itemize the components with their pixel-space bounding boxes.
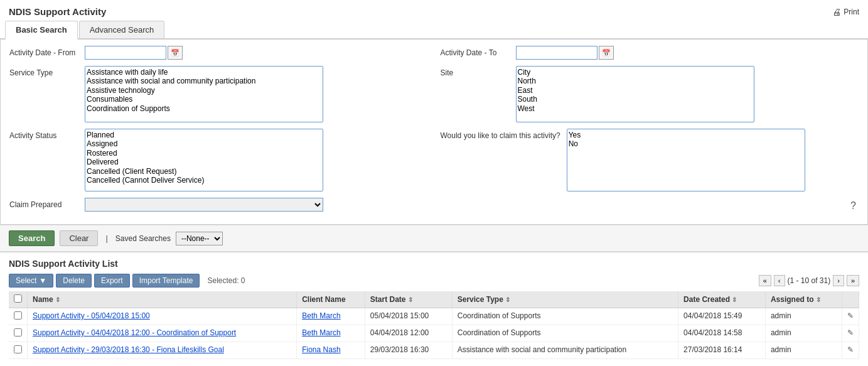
claim-listbox[interactable]: Yes No: [567, 129, 805, 191]
saved-searches-select[interactable]: --None--: [176, 232, 223, 245]
row-assigned-to: admin: [765, 325, 842, 342]
site-option: North: [518, 77, 753, 85]
service-type-option: Assistive technology: [87, 86, 321, 95]
service-type-option: Assistance with daily life: [87, 68, 321, 77]
service-type-listbox[interactable]: Assistance with daily life Assistance wi…: [85, 66, 323, 122]
activity-status-group: Activity Status Planned Assigned Rostere…: [9, 129, 428, 191]
row-name: Support Activity - 04/04/2018 12:00 - Co…: [28, 325, 297, 342]
print-link[interactable]: 🖨 Print: [832, 7, 859, 17]
row-client-link[interactable]: Fiona Nash: [302, 345, 340, 354]
prev-page-button[interactable]: ‹: [774, 275, 785, 286]
sort-icon-service-type: ⇕: [505, 296, 510, 303]
row-name-link[interactable]: Support Activity - 29/03/2018 16:30 - Fi…: [33, 345, 224, 354]
search-button[interactable]: Search: [9, 230, 55, 246]
page-info: (1 - 10 of 31): [788, 276, 831, 285]
clear-button[interactable]: Clear: [60, 230, 98, 246]
row-start-date: 04/04/2018 12:00: [365, 325, 452, 342]
next-page-button[interactable]: ›: [833, 275, 844, 286]
select-button-label: Select: [16, 276, 36, 285]
edit-icon[interactable]: ✎: [847, 328, 854, 337]
first-page-button[interactable]: «: [759, 275, 771, 286]
pagination: « ‹ (1 - 10 of 31) › »: [759, 275, 859, 286]
tab-advanced-search[interactable]: Advanced Search: [79, 21, 165, 38]
col-start-date[interactable]: Start Date ⇕: [365, 291, 452, 308]
row-start-date: 29/03/2018 16:30: [365, 342, 452, 359]
row-name: Support Activity - 05/04/2018 15:00: [28, 308, 297, 325]
activity-date-to-input[interactable]: [516, 46, 597, 60]
checkbox-header: [9, 291, 28, 308]
select-all-checkbox[interactable]: [14, 294, 22, 303]
claim-option: Yes: [569, 131, 803, 139]
site-option: South: [518, 95, 753, 104]
row-date-created: 04/04/2018 15:49: [678, 308, 766, 325]
activity-status-option: Delivered: [87, 158, 321, 166]
table-row: Support Activity - 05/04/2018 15:00 Beth…: [9, 308, 859, 325]
list-section: NDIS Support Activity List Select ▼ Dele…: [0, 252, 868, 359]
last-page-button[interactable]: »: [847, 275, 859, 286]
row-edit-cell: ✎: [842, 308, 859, 325]
activity-date-from-input[interactable]: [85, 46, 166, 60]
col-client-name[interactable]: Client Name: [297, 291, 365, 308]
row-name-link[interactable]: Support Activity - 05/04/2018 15:00: [33, 311, 150, 320]
activity-status-option: Assigned: [87, 139, 321, 148]
claim-prepared-label: Claim Prepared: [9, 198, 78, 209]
row-checkbox-cell: [9, 308, 28, 325]
row-name: Support Activity - 29/03/2018 16:30 - Fi…: [28, 342, 297, 359]
activity-date-to-control: 📅: [516, 46, 614, 60]
list-title: NDIS Support Activity List: [9, 259, 859, 269]
tab-bar: Basic Search Advanced Search: [0, 21, 868, 40]
activity-date-from-label: Activity Date - From: [9, 46, 78, 57]
row-client-link[interactable]: Beth March: [302, 328, 340, 337]
col-name[interactable]: Name ⇕: [28, 291, 297, 308]
row-service-type: Coordination of Supports: [452, 325, 678, 342]
row-checkbox[interactable]: [14, 311, 22, 320]
page-title: NDIS Support Activity: [9, 6, 106, 17]
edit-icon[interactable]: ✎: [847, 311, 854, 320]
col-actions: [842, 291, 859, 308]
col-assigned-to[interactable]: Assigned to ⇕: [765, 291, 842, 308]
selected-count: Selected: 0: [207, 276, 245, 285]
row-service-type: Assistance with social and community par…: [452, 342, 678, 359]
activity-date-to-group: Activity Date - To 📅: [441, 46, 859, 60]
claim-question-group: Would you like to claim this activity? Y…: [441, 129, 859, 191]
list-toolbar: Select ▼ Delete Export Import Template S…: [9, 274, 859, 288]
select-button[interactable]: Select ▼: [9, 274, 53, 288]
print-label: Print: [844, 8, 859, 16]
delete-button[interactable]: Delete: [56, 274, 92, 288]
col-service-type[interactable]: Service Type ⇕: [452, 291, 678, 308]
site-label: Site: [441, 66, 510, 77]
row-checkbox[interactable]: [14, 345, 22, 353]
row-checkbox[interactable]: [14, 328, 22, 336]
row-client-name: Beth March: [297, 325, 365, 342]
row-date-created: 04/04/2018 14:58: [678, 325, 766, 342]
activity-status-option: Cancelled (Cannot Deliver Service): [87, 176, 321, 185]
page-header: NDIS Support Activity 🖨 Print: [0, 0, 868, 21]
claim-prepared-select[interactable]: [85, 198, 323, 212]
activity-status-listbox[interactable]: Planned Assigned Rostered Delivered Canc…: [85, 129, 323, 191]
tab-basic-search[interactable]: Basic Search: [5, 21, 78, 40]
help-icon[interactable]: ?: [850, 200, 856, 212]
activity-status-option: Rostered: [87, 149, 321, 158]
row-name-link[interactable]: Support Activity - 04/04/2018 12:00 - Co…: [33, 328, 236, 337]
print-icon: 🖨: [832, 7, 841, 17]
edit-icon[interactable]: ✎: [847, 345, 854, 354]
import-template-button[interactable]: Import Template: [132, 274, 200, 288]
row-edit-cell: ✎: [842, 325, 859, 342]
col-date-created[interactable]: Date Created ⇕: [678, 291, 766, 308]
row-service-type: Coordination of Supports: [452, 308, 678, 325]
row-client-link[interactable]: Beth March: [302, 311, 340, 320]
activity-date-from-calendar[interactable]: 📅: [168, 46, 183, 60]
claim-question-label: Would you like to claim this activity?: [441, 129, 560, 140]
row-assigned-to: admin: [765, 308, 842, 325]
site-option: West: [518, 104, 753, 113]
sort-icon-start-date: ⇕: [408, 296, 413, 303]
table-row: Support Activity - 04/04/2018 12:00 - Co…: [9, 325, 859, 342]
export-button[interactable]: Export: [94, 274, 130, 288]
activity-date-to-calendar[interactable]: 📅: [599, 46, 614, 60]
activity-status-label: Activity Status: [9, 129, 78, 140]
site-listbox[interactable]: City North East South West: [516, 66, 754, 122]
service-type-option: Assistance with social and community par…: [87, 77, 321, 85]
select-dropdown-arrow: ▼: [39, 276, 46, 285]
row-edit-cell: ✎: [842, 342, 859, 359]
sort-icon-name: ⇕: [55, 296, 60, 303]
